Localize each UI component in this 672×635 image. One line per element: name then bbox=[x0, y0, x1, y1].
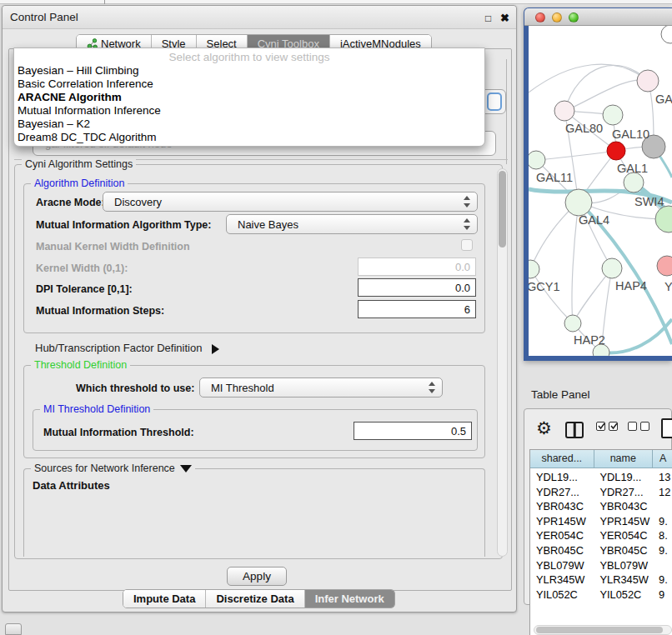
gear-icon[interactable]: ⚙ bbox=[536, 419, 552, 437]
document-icon[interactable] bbox=[661, 418, 672, 438]
algorithm-option[interactable]: Bayesian – Hill Climbing bbox=[18, 64, 139, 77]
node-pink[interactable] bbox=[657, 256, 672, 276]
zoom-traffic-light-icon[interactable] bbox=[569, 12, 579, 22]
node-label: GAL1 bbox=[617, 162, 648, 175]
table-row[interactable]: YBR043CYBR043C bbox=[530, 499, 672, 514]
column-header-shared-name[interactable]: shared... bbox=[530, 450, 594, 468]
node[interactable] bbox=[655, 206, 672, 232]
node[interactable] bbox=[637, 70, 659, 92]
deselect-all-checkbox-icon[interactable] bbox=[640, 422, 649, 431]
manual-kernel-label: Manual Kernel Width Definition bbox=[36, 241, 190, 252]
algorithm-option[interactable]: Dream8 DC_TDC Algorithm bbox=[18, 131, 157, 143]
cell: YER054C bbox=[594, 528, 654, 543]
float-window-icon[interactable]: □ bbox=[485, 12, 494, 22]
minimized-panel-icon[interactable] bbox=[5, 623, 22, 635]
algorithm-option[interactable]: Basic Correlation Inference bbox=[18, 78, 153, 90]
mi-type-combobox[interactable]: Naive Bayes bbox=[226, 214, 478, 234]
network-window-titlebar[interactable] bbox=[524, 8, 672, 26]
settings-vertical-scrollbar[interactable] bbox=[497, 168, 508, 557]
cyni-algorithm-settings-title: Cyni Algorithm Settings bbox=[22, 158, 136, 170]
algorithm-option-aracne[interactable]: ARACNE Algorithm bbox=[18, 91, 122, 103]
combobox-stepper-icon bbox=[428, 382, 435, 393]
mi-steps-field[interactable]: 6 bbox=[358, 300, 476, 318]
table-row[interactable]: YER054CYER054C8. bbox=[530, 528, 672, 543]
close-traffic-light-icon[interactable] bbox=[535, 12, 545, 22]
mi-threshold-group-title: MI Threshold Definition bbox=[40, 403, 153, 415]
kernel-width-label: Kernel Width (0,1): bbox=[36, 262, 128, 274]
node-gal80[interactable] bbox=[554, 101, 574, 121]
threshold-definition-group: Threshold Definition Which threshold to … bbox=[23, 365, 485, 458]
cell: 9 bbox=[653, 588, 672, 602]
cell: 13 bbox=[653, 470, 672, 485]
close-window-icon[interactable]: ✖ bbox=[500, 12, 509, 24]
cell: YIL052C bbox=[530, 588, 594, 602]
combobox-stepper-icon bbox=[463, 218, 470, 230]
select-all-checkbox-icon[interactable] bbox=[609, 422, 618, 431]
focus-ring bbox=[487, 92, 502, 111]
hub-definition-toggle[interactable]: Hub/Transcription Factor Definition bbox=[35, 342, 219, 354]
cell: YER054C bbox=[530, 528, 594, 543]
table-row[interactable]: YPR145WYPR145W9. bbox=[530, 514, 672, 529]
node-hap4[interactable] bbox=[602, 258, 622, 278]
node[interactable] bbox=[661, 26, 672, 43]
algorithm-placeholder: Select algorithm to view settings bbox=[14, 51, 484, 63]
which-threshold-combobox[interactable]: MI Threshold bbox=[199, 378, 443, 398]
table-row[interactable]: YIL052CYIL052C9 bbox=[530, 588, 672, 602]
columns-icon[interactable] bbox=[565, 422, 584, 438]
mi-type-label: Mutual Information Algorithm Type: bbox=[36, 219, 211, 231]
select-all-checkbox-icon[interactable] bbox=[596, 422, 605, 431]
network-canvas[interactable]: GAL GAL80 GAL10 GAL1 GAL11 SWI4 GAL4 GCY… bbox=[529, 26, 672, 356]
node-swi4[interactable] bbox=[624, 172, 644, 192]
table-panel-title: Table Panel bbox=[524, 383, 672, 405]
control-panel-title: Control Panel bbox=[10, 11, 78, 23]
apply-button[interactable]: Apply bbox=[227, 567, 287, 586]
aracne-mode-combobox[interactable]: Discovery bbox=[103, 192, 478, 212]
dpi-tolerance-field[interactable]: 0.0 bbox=[358, 278, 476, 297]
tab-discretize-data[interactable]: Discretize Data bbox=[206, 590, 304, 608]
algorithm-definition-title: Algorithm Definition bbox=[31, 178, 128, 189]
table-row[interactable]: YBR045CYBR045C9. bbox=[530, 543, 672, 558]
cell: YDR27... bbox=[594, 485, 654, 500]
tab-infer-network[interactable]: Infer Network bbox=[305, 590, 394, 608]
cell: 12 bbox=[653, 485, 672, 500]
node-gal4[interactable] bbox=[565, 189, 592, 216]
algorithm-option[interactable]: Mutual Information Inference bbox=[18, 104, 161, 117]
kernel-width-field[interactable]: 0.0 bbox=[358, 258, 476, 276]
table-row[interactable]: YDL19...YDL19...13 bbox=[530, 470, 672, 485]
node-label: GAL4 bbox=[579, 213, 609, 227]
table-row[interactable]: YBL079WYBL079W bbox=[530, 558, 672, 573]
mi-threshold-field[interactable]: 0.5 bbox=[354, 422, 472, 440]
cell: YBR043C bbox=[594, 499, 654, 514]
table-header-row: shared... name A bbox=[530, 450, 672, 468]
column-header-cut[interactable]: A bbox=[653, 450, 672, 468]
node-label: SWI4 bbox=[634, 195, 664, 208]
node-label: HAP4 bbox=[615, 279, 647, 292]
control-panel-titlebar: Control Panel □ ✖ bbox=[3, 6, 516, 29]
algorithm-option[interactable]: Bayesian – K2 bbox=[18, 118, 90, 130]
table-row[interactable]: YDR27...YDR27...12 bbox=[530, 485, 672, 500]
cell: YIL052C bbox=[594, 588, 654, 602]
table-row[interactable]: YLR345WYLR345W9. bbox=[530, 572, 672, 588]
node-gal11[interactable] bbox=[529, 151, 545, 169]
minimize-traffic-light-icon[interactable] bbox=[552, 12, 562, 22]
node-hap2[interactable] bbox=[564, 315, 581, 332]
node-gal1-red[interactable] bbox=[607, 142, 625, 160]
table-horizontal-scrollbar-thumb[interactable] bbox=[536, 627, 663, 633]
node-label: GAL bbox=[655, 92, 672, 106]
settings-vertical-scrollbar-thumb[interactable] bbox=[499, 171, 506, 248]
node-gal10[interactable] bbox=[603, 105, 623, 125]
cell: YDL19... bbox=[594, 470, 654, 485]
sources-group-title: Sources for Network Inference bbox=[31, 462, 195, 474]
cell: YPR145W bbox=[594, 514, 654, 529]
collapse-down-icon[interactable] bbox=[180, 465, 192, 472]
tab-impute-data[interactable]: Impute Data bbox=[123, 590, 206, 608]
node-gcy1[interactable] bbox=[529, 260, 539, 278]
manual-kernel-checkbox[interactable] bbox=[461, 239, 473, 251]
node-label: GCY1 bbox=[529, 280, 560, 293]
deselect-all-checkbox-icon[interactable] bbox=[628, 422, 637, 431]
hidden-groupbox-edge bbox=[506, 59, 507, 164]
node-table[interactable]: shared... name A YDL19...YDL19...13 YDR2… bbox=[529, 449, 672, 635]
column-header-name[interactable]: name bbox=[594, 450, 654, 468]
tab-discretize-data-label: Discretize Data bbox=[216, 590, 293, 608]
table-horizontal-scrollbar[interactable] bbox=[534, 625, 672, 635]
